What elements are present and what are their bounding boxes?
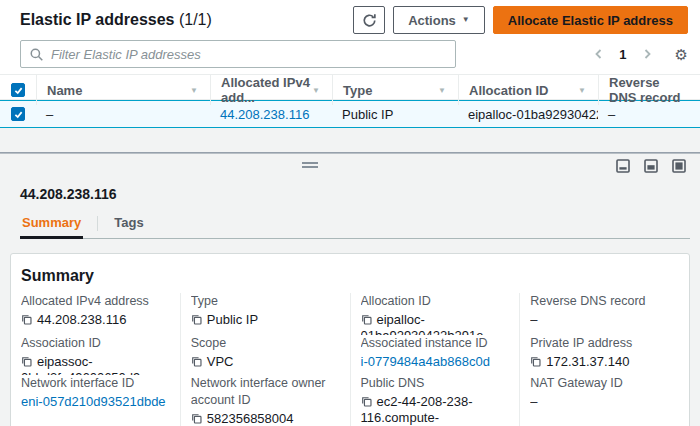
panel-full-icon: [672, 159, 686, 173]
tab-separator: [97, 216, 98, 231]
elastic-ip-console: Elastic IP addresses (1/1) Actions ▼: [0, 0, 700, 426]
actions-button[interactable]: Actions ▼: [393, 6, 485, 34]
field-label: NAT Gateway ID: [530, 375, 681, 392]
copy-icon[interactable]: [361, 395, 372, 410]
filter-box: [20, 40, 456, 68]
chevron-left-icon: [593, 48, 605, 60]
network-interface-id-link[interactable]: eni-057d210d93521dbde: [21, 394, 166, 409]
cell-allocated-ipv4-link[interactable]: 44.208.238.116: [220, 107, 309, 122]
split-panel-drag-handle[interactable]: [302, 162, 318, 170]
summary-field: Public DNS ec2-44-208-238-116.compute-1.…: [361, 375, 512, 425]
summary-field: Allocation ID eipalloc-01ba92930422b291e: [361, 293, 512, 335]
page-number[interactable]: 1: [617, 47, 628, 62]
column-header-reverse-dns[interactable]: Reverse DNS record: [598, 75, 700, 105]
summary-heading: Summary: [11, 254, 689, 293]
select-all-checkbox[interactable]: [11, 83, 25, 97]
sort-icon: ▼: [438, 86, 446, 95]
column-label: Name: [47, 83, 82, 98]
field-label: Association ID: [21, 335, 172, 352]
page-title: Elastic IP addresses (1/1): [20, 11, 212, 29]
copy-icon[interactable]: [21, 355, 32, 370]
pagination: 1 ⚙: [591, 46, 688, 62]
cell-allocation-id: eipalloc-01ba92930422b291e: [458, 107, 598, 122]
caret-down-icon: ▼: [462, 16, 470, 24]
summary-card: Summary Allocated IPv4 address 44.208.23…: [10, 253, 690, 426]
panel-bottom-small-icon: [616, 159, 630, 173]
allocate-elastic-ip-button[interactable]: Allocate Elastic IP address: [493, 6, 688, 34]
field-value: 582356858004: [207, 411, 294, 425]
summary-column: Allocation ID eipalloc-01ba92930422b291e…: [350, 293, 520, 426]
refresh-button[interactable]: [353, 6, 385, 34]
gear-icon: ⚙: [675, 46, 688, 63]
elastic-ip-table: Name ▼ Allocated IPv4 add... ▼ Type ▼ Al…: [0, 74, 700, 128]
row-checkbox[interactable]: [11, 107, 25, 121]
cell-reverse-dns: –: [598, 107, 700, 122]
filter-input[interactable]: [20, 40, 456, 68]
summary-field: Association ID eipassoc-0bbd3fe49600650d…: [21, 335, 172, 375]
table-header-row: Name ▼ Allocated IPv4 add... ▼ Type ▼ Al…: [0, 74, 700, 100]
row-select-cell: [0, 101, 36, 127]
field-label: Allocated IPv4 address: [21, 293, 172, 310]
column-header-allocation-id[interactable]: Allocation ID ▼: [458, 75, 598, 105]
preferences-gear-button[interactable]: ⚙: [675, 47, 688, 62]
field-value: 172.31.37.140: [546, 354, 629, 369]
summary-field: Type Public IP: [191, 293, 342, 335]
next-page-button[interactable]: [639, 46, 655, 62]
field-value: eipalloc-01ba92930422b291e: [361, 312, 484, 335]
details-panel: 44.208.238.116 Summary Tags Summary Allo…: [0, 154, 700, 426]
field-label: Associated instance ID: [361, 335, 512, 352]
copy-icon[interactable]: [361, 313, 372, 328]
summary-field: Allocated IPv4 address 44.208.238.116: [21, 293, 172, 335]
header-row: Elastic IP addresses (1/1) Actions ▼: [0, 6, 700, 34]
field-label: Type: [191, 293, 342, 310]
field-label: Scope: [191, 335, 342, 352]
field-label: Network interface ID: [21, 375, 172, 392]
panel-bottom-half-icon: [644, 159, 658, 173]
panel-size-half-button[interactable]: [644, 159, 658, 173]
copy-icon[interactable]: [191, 412, 202, 425]
panel-controls: [0, 159, 700, 177]
chevron-right-icon: [641, 48, 653, 60]
summary-column: Type Public IP Scope VPC Network interfa…: [180, 293, 350, 426]
refresh-icon: [362, 13, 377, 28]
field-label: Network interface owner account ID: [191, 375, 342, 409]
column-label: Allocation ID: [469, 83, 548, 98]
field-label: Allocation ID: [361, 293, 512, 310]
copy-icon[interactable]: [530, 355, 541, 370]
toolbar-row: 1 ⚙: [0, 40, 700, 68]
sort-icon: ▼: [578, 86, 586, 95]
column-header-type[interactable]: Type ▼: [332, 75, 458, 105]
associated-instance-id-link[interactable]: i-0779484a4ab868c0d: [361, 354, 490, 369]
sort-icon: ▼: [312, 86, 320, 95]
selected-ip-title: 44.208.238.116: [20, 186, 680, 202]
summary-grid: Allocated IPv4 address 44.208.238.116 As…: [11, 293, 689, 426]
summary-field: Reverse DNS record –: [530, 293, 681, 335]
sort-icon: ▼: [190, 86, 198, 95]
column-header-name[interactable]: Name ▼: [36, 75, 210, 105]
copy-icon[interactable]: [21, 313, 32, 328]
panel-size-full-button[interactable]: [672, 159, 686, 173]
field-value: eipassoc-0bbd3fe49600650d9: [21, 354, 140, 375]
copy-icon[interactable]: [191, 313, 202, 328]
summary-field: Network interface ID eni-057d210d93521db…: [21, 375, 172, 425]
panel-size-controls: [616, 159, 686, 173]
summary-field: Private IP address 172.31.37.140: [530, 335, 681, 375]
column-label: Type: [343, 83, 372, 98]
copy-icon[interactable]: [191, 355, 202, 370]
column-header-allocated-ipv4[interactable]: Allocated IPv4 add... ▼: [210, 75, 332, 105]
field-value: 44.208.238.116: [37, 312, 126, 327]
field-value: VPC: [207, 354, 234, 369]
tab-summary[interactable]: Summary: [20, 215, 83, 239]
tab-label: Summary: [22, 215, 81, 230]
previous-page-button[interactable]: [591, 46, 607, 62]
field-value: Public IP: [207, 312, 258, 327]
field-label: Private IP address: [530, 335, 681, 352]
column-label: Allocated IPv4 add...: [221, 75, 312, 105]
table-bottom-gap: [0, 128, 700, 152]
tab-tags[interactable]: Tags: [112, 215, 145, 238]
cell-name: –: [36, 107, 210, 122]
resource-count: (1/1): [179, 11, 212, 28]
summary-field: Network interface owner account ID 58235…: [191, 375, 342, 425]
panel-size-small-button[interactable]: [616, 159, 630, 173]
actions-button-label: Actions: [408, 13, 456, 28]
